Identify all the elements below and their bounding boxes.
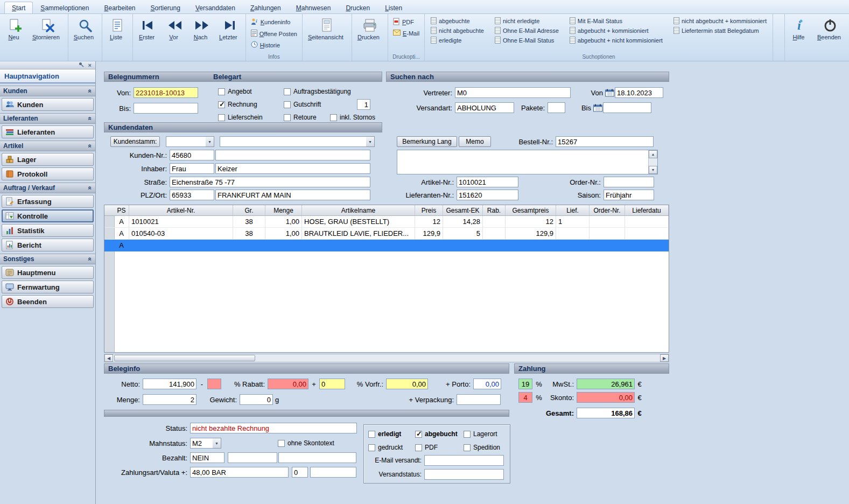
- tab-versanddaten[interactable]: Versanddaten: [188, 2, 243, 13]
- sidebar-section-auftrag-verkauf[interactable]: Auftrag / Verkauf«: [0, 183, 95, 193]
- lieferanten-nr-field[interactable]: 151620: [457, 190, 518, 200]
- checkbox-gedruckt[interactable]: gedruckt: [368, 444, 403, 451]
- bezahlt-extra-field-1[interactable]: [228, 452, 277, 463]
- zahlungsart-field[interactable]: 48,00 BAR: [190, 467, 289, 478]
- email-versandt-field[interactable]: [424, 455, 504, 466]
- sidebar-item-lieferanten[interactable]: Lieferanten: [2, 125, 94, 138]
- versandstatus-field[interactable]: [424, 469, 504, 480]
- suchoption-nicht-abgebuchte[interactable]: nicht abgebuchte: [429, 26, 486, 34]
- sidebar-section-kunden[interactable]: Kunden«: [0, 86, 95, 96]
- tab-mahnwesen[interactable]: Mahnwesen: [289, 2, 339, 13]
- seitenansicht-button[interactable]: Seitenansicht: [305, 15, 349, 53]
- scroll-left-icon[interactable]: ◀: [104, 354, 113, 362]
- suchoption-abgebuchte[interactable]: abgebuchte: [429, 17, 486, 25]
- kundenstamm-name-select[interactable]: [220, 136, 375, 147]
- email-button[interactable]: E-Mail: [390, 29, 422, 38]
- artikel-nr-field[interactable]: 1010021: [457, 177, 518, 187]
- hilfe-button[interactable]: i Hilfe: [787, 15, 813, 53]
- valuta-field[interactable]: 0: [292, 467, 308, 478]
- kundenstamm-button[interactable]: Kundenstamm:: [110, 136, 160, 147]
- inhaber-name-field[interactable]: Keizer: [215, 163, 370, 174]
- suchoption-liefertermin-statt-belegdatum[interactable]: Liefertermin statt Belegdatum: [672, 26, 768, 34]
- zuschlag-field[interactable]: 0: [319, 379, 345, 389]
- bemerkung-lang-button[interactable]: Bemerkung Lang: [397, 136, 457, 147]
- column-header[interactable]: Lief.: [556, 205, 590, 215]
- checkbox-lieferschein[interactable]: Lieferschein: [218, 114, 263, 121]
- zahlungsart-extra-field[interactable]: [310, 467, 356, 478]
- checkbox-gutschrift[interactable]: Gutschrift: [284, 101, 321, 108]
- calendar-icon[interactable]: [592, 103, 603, 113]
- memo-scrollbar[interactable]: ▲ ▼: [648, 150, 657, 174]
- sidebar-item-statistik[interactable]: Statistik: [2, 224, 94, 237]
- column-header[interactable]: Order-Nr.: [590, 205, 625, 215]
- column-header[interactable]: Lieferdatu: [625, 205, 669, 215]
- sidebar-item-fernwartung[interactable]: Fernwartung: [2, 281, 94, 293]
- checkbox-retoure[interactable]: Retoure: [284, 114, 317, 121]
- bezahlt-field[interactable]: NEIN: [190, 452, 224, 463]
- checkbox-ohne-skontotext[interactable]: ohne Skontotext: [278, 439, 334, 447]
- beenden-button[interactable]: Beenden: [814, 15, 847, 53]
- sidebar-section-lieferanten[interactable]: Lieferanten«: [0, 113, 95, 124]
- pdf-button[interactable]: PDF: [390, 17, 422, 27]
- calendar-icon[interactable]: [604, 88, 615, 97]
- suchoption-nicht-abgebucht-kommisioniert[interactable]: nicht abgebucht + kommisioniert: [672, 17, 768, 25]
- sidebar-item-hauptmenu[interactable]: Hauptmenu: [2, 266, 94, 279]
- kunden-name-field[interactable]: [215, 150, 370, 160]
- sidebar-item-erfassung[interactable]: Erfassung: [2, 195, 94, 208]
- table-horizontal-scrollbar[interactable]: ◀ ▶: [104, 354, 669, 362]
- mahnstatus-select[interactable]: M2: [190, 438, 221, 449]
- dropdown-arrow-icon[interactable]: [206, 136, 214, 147]
- bestell-nr-field[interactable]: 15267: [556, 136, 654, 147]
- column-header[interactable]: Artikelname: [302, 205, 415, 215]
- sidebar-item-kontrolle[interactable]: Kontrolle: [2, 209, 94, 222]
- pakete-field[interactable]: [548, 102, 565, 113]
- scroll-right-icon[interactable]: ▶: [660, 354, 669, 362]
- sidebar-item-kunden[interactable]: Kunden: [2, 98, 94, 111]
- memo-textarea[interactable]: ▲ ▼: [397, 150, 658, 174]
- porto-field[interactable]: 0,00: [473, 379, 501, 389]
- column-header[interactable]: Gr.: [233, 205, 265, 215]
- suchoption-erledigte[interactable]: erledigte: [429, 36, 486, 44]
- close-icon[interactable]: ×: [88, 62, 92, 68]
- kunden-nr-field[interactable]: 45680: [170, 150, 214, 160]
- checkbox-spedition[interactable]: Spedition: [464, 444, 500, 451]
- beleg-bis-field[interactable]: [134, 103, 198, 114]
- suchoption-abgebucht-nicht-kommisioniert[interactable]: abgebucht + nicht kommisioniert: [568, 36, 664, 44]
- strasse-field[interactable]: Eichenstraße 75 -77: [170, 177, 370, 187]
- column-header[interactable]: PS: [114, 205, 129, 215]
- tab-sammeloptionen[interactable]: Sammeloptionen: [33, 2, 96, 13]
- order-nr-field[interactable]: [604, 177, 654, 187]
- checkbox-inkl-stornos[interactable]: inkl. Stornos: [330, 114, 375, 121]
- liste-button[interactable]: Liste: [104, 15, 130, 53]
- column-header[interactable]: Gesamt-EK: [443, 205, 483, 215]
- checkbox-rechnung[interactable]: Rechnung: [218, 101, 257, 108]
- dropdown-arrow-icon[interactable]: [213, 438, 221, 449]
- checkbox-lagerort[interactable]: Lagerort: [464, 430, 497, 438]
- bezahlt-extra-field-2[interactable]: [278, 452, 356, 463]
- skonto-pct-field[interactable]: 4: [518, 392, 532, 403]
- sidebar-item-lager[interactable]: Lager: [2, 153, 94, 166]
- suchoption-ohne-email-adresse[interactable]: Ohne E-Mail Adresse: [493, 26, 560, 34]
- tab-start[interactable]: Start: [4, 2, 33, 13]
- suchen-button[interactable]: Suchen: [71, 15, 100, 53]
- checkbox-auftragsbestaetigung[interactable]: Auftragsbestätigung: [284, 88, 351, 95]
- verpackung-field[interactable]: [457, 394, 501, 405]
- table-row[interactable]: A 1010021 38 1,00 HOSE, GRAU (BESTELLT) …: [104, 216, 669, 228]
- column-header[interactable]: Menge: [265, 205, 302, 215]
- suchoption-ohne-email-status[interactable]: Ohne E-Mail Status: [493, 36, 560, 44]
- anrede-field[interactable]: Frau: [170, 163, 214, 174]
- dropdown-arrow-icon[interactable]: [366, 136, 375, 147]
- tab-listen[interactable]: Listen: [377, 2, 410, 13]
- scrollbar-thumb[interactable]: [114, 355, 255, 361]
- sidebar-section-sonstiges[interactable]: Sonstiges«: [0, 254, 95, 264]
- rabatt-pct-field[interactable]: [207, 379, 221, 389]
- drucken-button[interactable]: Drucken: [354, 15, 385, 53]
- gewicht-field[interactable]: 0: [240, 394, 273, 405]
- column-header[interactable]: Rab.: [483, 205, 506, 215]
- gutschrift-count-field[interactable]: 1: [357, 99, 370, 110]
- rabatt-value-field[interactable]: 0,00: [268, 379, 308, 389]
- pin-icon[interactable]: [79, 62, 84, 68]
- tab-drucken[interactable]: Drucken: [338, 2, 377, 13]
- tab-sortierung[interactable]: Sortierung: [143, 2, 188, 13]
- suchoption-abgebucht-kommisioniert[interactable]: abgebucht + kommisioniert: [568, 26, 664, 34]
